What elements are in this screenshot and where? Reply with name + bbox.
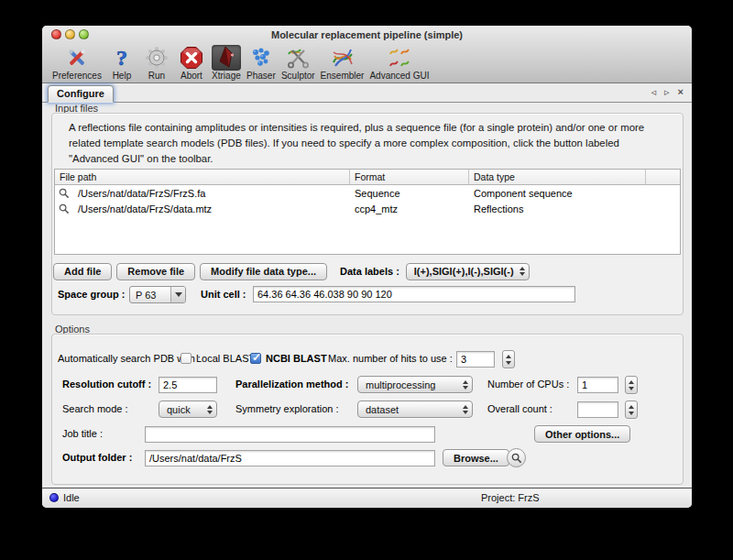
auto-search-row: Automatically search PDB with : Local BL… <box>42 349 692 369</box>
output-folder-field[interactable] <box>145 450 435 467</box>
table-row[interactable]: /Users/nat/data/FrzS/data.mtz ccp4_mtz R… <box>55 201 680 216</box>
svg-text:?: ? <box>116 46 127 70</box>
max-hits-label: Max. number of hits to use : <box>328 353 453 364</box>
popup-arrows-icon <box>520 267 525 276</box>
popup-arrows-icon <box>463 380 468 390</box>
symmetry-exploration-value: dataset <box>366 404 399 415</box>
toolbar-button-ensembler[interactable]: Ensembler <box>318 45 367 81</box>
resolution-cutoff-field[interactable] <box>159 377 217 393</box>
format-cell: Sequence <box>350 188 469 199</box>
symmetry-exploration-popup[interactable]: dataset <box>357 401 473 418</box>
toolbar-label: Ensembler <box>321 71 365 81</box>
toolbar-label: Run <box>148 71 165 81</box>
toolbar-label: Xtriage <box>212 71 241 81</box>
input-files-description: A reflections file containing amplitudes… <box>69 120 666 167</box>
column-header-data-type[interactable]: Data type <box>469 170 646 184</box>
tab-configure[interactable]: Configure <box>48 85 114 103</box>
num-cpus-field[interactable] <box>577 377 618 393</box>
output-folder-label: Output folder : <box>62 452 132 463</box>
toolbar: Preferences ? Help <box>42 44 692 83</box>
toolbar-button-xtriage[interactable]: Xtriage <box>209 45 244 81</box>
search-mode-value: quick <box>167 404 191 415</box>
tools-icon <box>62 45 92 71</box>
tab-close-icon[interactable]: × <box>678 86 684 98</box>
open-folder-magnifier-button[interactable] <box>507 448 526 467</box>
app-window: Molecular replacement pipeline (simple) … <box>42 26 692 508</box>
local-blast-checkbox[interactable] <box>181 353 191 364</box>
phaser-icon <box>246 45 276 71</box>
parallelization-value: multiprocessing <box>366 379 435 390</box>
titlebar[interactable]: Molecular replacement pipeline (simple) <box>42 26 692 44</box>
traffic-lights <box>51 29 89 39</box>
ncbi-blast-label: NCBI BLAST <box>266 353 327 364</box>
ncbi-blast-checkbox[interactable] <box>250 353 261 364</box>
toolbar-button-sculptor[interactable]: Sculptor <box>279 45 318 81</box>
popup-arrows-icon <box>207 405 213 414</box>
format-cell: ccp4_mtz <box>350 203 469 214</box>
data-labels-label: Data labels : <box>340 266 399 277</box>
toolbar-button-help[interactable]: ? Help <box>104 45 139 81</box>
popup-arrows-icon <box>463 405 468 414</box>
space-group-value: P 63 <box>130 290 170 301</box>
data-type-cell: Reflections <box>469 203 646 214</box>
column-header-extra <box>646 170 680 184</box>
zoom-window-button[interactable] <box>79 29 89 39</box>
toolbar-label: Phaser <box>246 71 276 81</box>
tab-nav-forward-icon[interactable]: ▹ <box>664 86 670 98</box>
remove-file-button[interactable]: Remove file <box>116 263 195 280</box>
sculptor-icon <box>283 45 312 71</box>
job-title-field[interactable] <box>145 426 435 443</box>
add-file-button[interactable]: Add file <box>53 263 112 280</box>
combo-dropdown-icon[interactable] <box>170 287 185 302</box>
overall-count-field[interactable] <box>577 401 618 418</box>
parallelization-label: Parallelization method : <box>235 379 348 390</box>
space-group-row: Space group : P 63 Unit cell : <box>42 285 692 305</box>
status-indicator-dot <box>49 493 59 502</box>
toolbar-label: Help <box>113 71 132 81</box>
column-header-file-path[interactable]: File path <box>55 170 350 184</box>
overall-count-stepper[interactable] <box>625 401 638 419</box>
job-title-row: Job title : Other options... <box>42 424 692 445</box>
space-group-label: Space group : <box>58 289 125 300</box>
toolbar-button-run[interactable]: Run <box>139 45 174 81</box>
max-hits-stepper[interactable] <box>502 350 515 368</box>
other-options-button[interactable]: Other options... <box>534 425 630 443</box>
minimize-window-button[interactable] <box>65 29 75 39</box>
toolbar-label: Preferences <box>52 71 102 81</box>
toolbar-button-abort[interactable]: Abort <box>174 45 209 81</box>
magnifier-icon <box>511 453 522 464</box>
status-bar: Idle Project: FrzS <box>42 488 692 508</box>
toolbar-label: Sculptor <box>281 71 315 81</box>
advanced-gui-icon <box>385 45 414 71</box>
browse-button[interactable]: Browse... <box>443 449 509 467</box>
space-group-combo[interactable]: P 63 <box>129 286 186 303</box>
resolution-row: Resolution cutoff : Parallelization meth… <box>42 375 692 395</box>
xtriage-icon <box>212 45 241 71</box>
modify-file-data-type-button[interactable]: Modify file data type... <box>200 263 327 280</box>
question-icon: ? <box>107 45 137 71</box>
tab-nav-back-icon[interactable]: ◃ <box>651 86 657 98</box>
toolbar-label: Abort <box>181 71 202 81</box>
toolbar-button-preferences[interactable]: Preferences <box>49 45 104 81</box>
close-window-button[interactable] <box>51 29 61 39</box>
file-table[interactable]: File path Format Data type /Users/nat/da… <box>54 169 681 255</box>
window-chrome: Molecular replacement pipeline (simple) … <box>42 26 692 83</box>
table-row[interactable]: /Users/nat/data/FrzS/FrzS.fa Sequence Co… <box>55 185 680 201</box>
parallelization-popup[interactable]: multiprocessing <box>357 376 473 393</box>
file-buttons-row: Add file Remove file Modify file data ty… <box>53 261 692 281</box>
toolbar-button-phaser[interactable]: Phaser <box>244 45 279 81</box>
ensembler-icon <box>328 45 357 71</box>
magnifier-icon <box>59 188 70 199</box>
toolbar-button-advanced-gui[interactable]: Advanced GUI <box>366 45 432 81</box>
data-labels-popup[interactable]: I(+),SIGI(+),I(-),SIGI(-) <box>406 263 530 280</box>
column-header-format[interactable]: Format <box>350 170 469 184</box>
local-blast-label: Local BLAST <box>196 353 255 364</box>
num-cpus-stepper[interactable] <box>625 376 638 394</box>
unit-cell-field[interactable] <box>253 286 575 302</box>
max-hits-field[interactable] <box>456 351 495 368</box>
overall-count-label: Overall count : <box>487 403 552 414</box>
tab-bar: Configure ◃ ▹ × <box>42 83 692 103</box>
search-mode-popup[interactable]: quick <box>159 401 217 418</box>
symmetry-exploration-label: Symmetry exploration : <box>235 403 338 414</box>
status-text: Idle <box>63 492 80 503</box>
